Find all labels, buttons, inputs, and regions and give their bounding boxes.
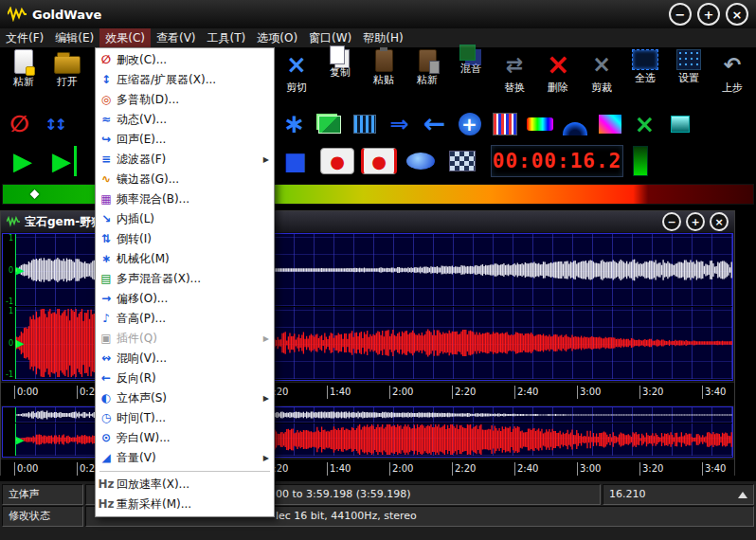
fx-button-rainbow[interactable] [522, 110, 557, 138]
fx-button-sliders[interactable] [487, 110, 522, 138]
cut-icon: × [286, 49, 307, 80]
play-selection-button[interactable]: ▶ [44, 144, 85, 178]
menu-item-flanger[interactable]: ∿ 镶边器(G)... [96, 170, 274, 189]
menu-item-doppler[interactable]: ◎ 多普勒(D)... [96, 90, 274, 110]
zoom-box[interactable]: 16.210 [603, 484, 754, 505]
green-x-icon: × [635, 109, 656, 139]
menu-item-echo[interactable]: ↪ 回声(E)... [96, 130, 274, 150]
stop-button[interactable]: ■ [275, 144, 316, 178]
menu-item-mechanize[interactable]: ∗ 机械化(M) [96, 249, 274, 269]
record-selection-button[interactable]: ● [358, 144, 400, 178]
menu-file[interactable]: 文件(F) [0, 28, 49, 47]
time-label: 2:20 [452, 386, 514, 399]
play-button[interactable]: ▶ [2, 144, 44, 178]
menu-tool[interactable]: 工具(T) [202, 28, 252, 47]
paste-new-button[interactable]: 粘新 [2, 49, 45, 89]
menu-item-resample[interactable]: Hz 重新采样(M)... [96, 495, 274, 514]
cue-oval-icon [406, 153, 435, 170]
fx-button-asterisk[interactable]: ∗ [277, 110, 312, 138]
plus-cross-icon: + [459, 113, 481, 135]
play-sel-icon: ▶ [52, 146, 77, 176]
menu-item-reverb[interactable]: ↭ 混响(V)... [96, 349, 274, 369]
prev-step-button[interactable]: ↶ 上步 [711, 49, 754, 95]
delete-button[interactable]: × 删除 [536, 49, 580, 95]
play-marker-icon: ▶ [16, 434, 24, 446]
sound-minimize-button[interactable]: − [662, 212, 681, 231]
sound-maximize-button[interactable]: + [686, 212, 705, 231]
menu-item-stereo[interactable]: ◐ 立体声(S) [96, 388, 274, 408]
trim-icon: × [592, 49, 611, 80]
select-all-button[interactable]: 全选 [623, 49, 667, 95]
sound-window-controls: − + × [657, 212, 729, 231]
fx-button-forward[interactable]: ⇒ [382, 110, 417, 138]
fx-compressor-button[interactable]: ↕↕ [37, 110, 72, 138]
menu-view[interactable]: 查看(V) [151, 28, 202, 47]
menu-item-voice-over[interactable]: ⊙ 旁白(W)... [96, 428, 274, 448]
menu-item-pitch[interactable]: ♪ 音高(P)... [96, 309, 274, 329]
menu-item-dynamics[interactable]: ≈ 动态(V)... [96, 110, 274, 130]
delete-icon: × [546, 49, 569, 80]
close-button[interactable]: × [726, 3, 748, 26]
menu-item-compressor-expander[interactable]: ↕ 压缩器/扩展器(X)... [96, 70, 274, 90]
menu-item-interpolate[interactable]: ↘ 内插(L) [96, 209, 274, 229]
paste-new-doc-icon [419, 49, 437, 72]
copy-button[interactable]: 复制 [318, 49, 362, 95]
paste-new-icon [14, 49, 33, 74]
menu-item-censor[interactable]: ∅ 删改(C)... [96, 50, 274, 70]
record-button[interactable]: ● [316, 144, 358, 178]
view-preset-button[interactable] [441, 144, 483, 178]
menu-item-volume[interactable]: ◢ 音量(V) [96, 448, 274, 468]
time-label: 1:40 [327, 462, 389, 476]
maximize-button[interactable]: + [697, 3, 720, 26]
fx-button-spectrum[interactable] [592, 110, 627, 138]
menu-item-filter[interactable]: ≡ 滤波器(F) [96, 150, 274, 170]
time-label: 3:40 [702, 386, 756, 399]
menu-effect[interactable]: 效果(C) [99, 28, 151, 47]
interpolate-icon: ↘ [96, 209, 117, 229]
compress-big-icon: ↕↕ [45, 109, 64, 139]
titlebar: GoldWave − + × [0, 0, 756, 28]
menu-item-invert[interactable]: ⇅ 倒转(I) [96, 229, 274, 249]
fx-button-back[interactable]: ← [417, 110, 452, 138]
mix-button[interactable]: 混音 [449, 49, 493, 95]
menu-edit[interactable]: 编辑(E) [49, 28, 99, 47]
menu-item-mixer[interactable]: ▤ 多声混音器(X)... [96, 269, 274, 289]
menu-window[interactable]: 窗口(W) [303, 28, 357, 47]
cut-button[interactable]: × 剪切 [275, 49, 318, 95]
fx-button-dome[interactable] [557, 110, 592, 138]
menu-item-frequency-blend[interactable]: ▦ 频率混合(B)... [96, 189, 274, 209]
set-button[interactable]: 设置 [667, 49, 711, 95]
menu-item-reverse[interactable]: ← 反向(R) [96, 369, 274, 388]
double-right-icon: ⇒ [389, 109, 408, 139]
fx-button-split[interactable]: × [627, 110, 662, 138]
fx-button-chart[interactable] [347, 110, 382, 138]
menu-item-plugin[interactable]: ▣ 插件(Q) [96, 329, 274, 349]
sound-close-button[interactable]: × [710, 212, 729, 231]
time-label: 3:40 [702, 462, 756, 476]
voice-over-icon: ⊙ [96, 428, 117, 448]
menu-item-offset[interactable]: → 偏移(O)... [96, 289, 274, 309]
zoom-dropdown-arrow-icon[interactable] [738, 492, 747, 498]
select-all-icon [632, 49, 658, 70]
replace-button[interactable]: ⇄ 替换 [493, 49, 536, 95]
paste-new-doc-button[interactable]: 粘新 [405, 49, 449, 95]
cue-button[interactable] [400, 144, 441, 178]
fx-button-move[interactable]: + [452, 110, 487, 138]
app-logo-icon [8, 7, 27, 22]
trim-button[interactable]: × 剪裁 [580, 49, 623, 95]
menu-help[interactable]: 帮助(H) [357, 28, 408, 47]
menu-item-playback-rate[interactable]: Hz 回放速率(X)... [96, 475, 274, 495]
minimize-button[interactable]: − [669, 3, 692, 26]
play-icon: ▶ [13, 146, 32, 176]
time-label: 0:00 [14, 386, 77, 399]
playback-rate-icon: Hz [96, 475, 117, 495]
menu-options[interactable]: 选项(O) [251, 28, 303, 47]
compressor-icon: ↕ [96, 70, 117, 90]
fx-button-tiles[interactable] [312, 110, 347, 138]
paste-button[interactable]: 粘贴 [362, 49, 405, 95]
open-button[interactable]: 打开 [45, 49, 89, 89]
fx-button-misc[interactable] [662, 110, 697, 138]
menu-item-time-warp[interactable]: ◷ 时间(T)... [96, 408, 274, 428]
fx-censor-button[interactable]: ∅ [2, 110, 37, 138]
window-controls: − + × [663, 3, 748, 26]
